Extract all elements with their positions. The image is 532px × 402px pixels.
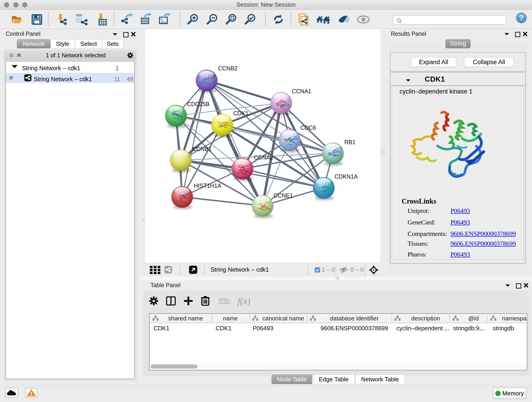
- svg-text:CCNA2: CCNA2: [254, 154, 273, 161]
- svg-text:CDKN1A: CDKN1A: [335, 173, 358, 180]
- svg-text:CCNA1: CCNA1: [292, 88, 311, 95]
- svg-text:CCNE1: CCNE1: [273, 192, 293, 199]
- svg-text:CDC6: CDC6: [300, 124, 316, 131]
- svg-text:CCNB2: CCNB2: [218, 65, 238, 71]
- svg-text:RB1: RB1: [344, 139, 355, 145]
- svg-text:CCNB1: CCNB1: [192, 146, 212, 152]
- svg-text:HIST1H1A: HIST1H1A: [194, 182, 221, 189]
- svg-text:CDK1: CDK1: [233, 110, 249, 116]
- svg-text:CDC25B: CDC25B: [187, 101, 210, 107]
